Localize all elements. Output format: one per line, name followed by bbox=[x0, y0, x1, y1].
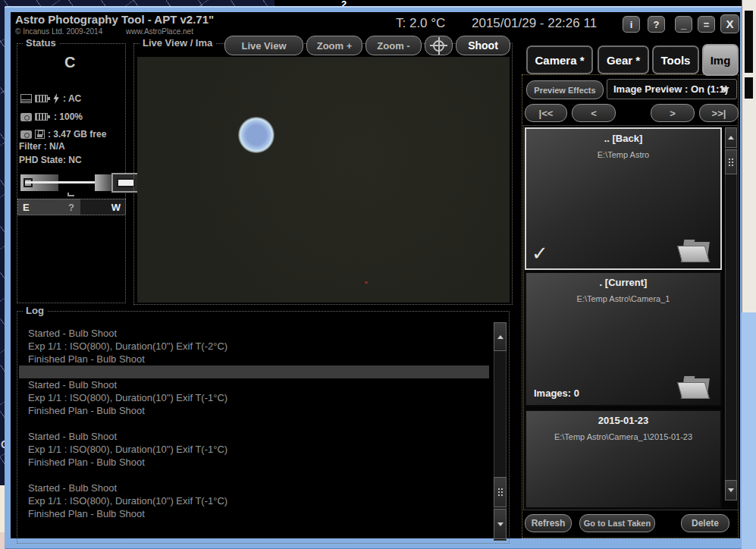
battery-status-row: : 100% bbox=[20, 111, 83, 122]
log-line[interactable]: Exp 1/1 : ISO(800), Duration(10") Exif T… bbox=[19, 391, 489, 404]
slider-center-mark bbox=[67, 193, 74, 196]
log-scrollbar-up-button[interactable] bbox=[494, 322, 507, 351]
camera-state-indicator: C bbox=[64, 54, 75, 71]
star-blob bbox=[238, 117, 274, 153]
battery-icon bbox=[35, 95, 48, 102]
minimize-button[interactable]: _ bbox=[675, 16, 692, 33]
camera-icon bbox=[20, 130, 32, 139]
close-button[interactable]: X bbox=[720, 14, 739, 33]
battery-icon bbox=[35, 113, 48, 121]
folder-icon bbox=[679, 378, 710, 399]
crosshair-icon bbox=[433, 40, 444, 52]
log-line[interactable]: Started - Bulb Shoot bbox=[19, 378, 489, 391]
filter-status: Filter : N/A bbox=[19, 141, 65, 152]
website-text: www.AstroPlace.net bbox=[126, 27, 193, 36]
phd-state-status: PHD State: NC bbox=[19, 155, 82, 165]
log-line[interactable]: Started - Bulb Shoot bbox=[19, 327, 489, 340]
power-status-text: : AC bbox=[63, 93, 81, 104]
refresh-button[interactable]: Refresh bbox=[525, 514, 572, 532]
focus-slider-track[interactable] bbox=[25, 181, 95, 184]
live-view-panel-title: Live View / Ima bbox=[140, 37, 215, 49]
focus-slider-segment bbox=[95, 174, 111, 191]
zoom-in-button[interactable]: Zoom + bbox=[306, 36, 362, 55]
computer-icon bbox=[20, 94, 32, 103]
preview-effects-button[interactable]: Preview Effects bbox=[526, 80, 604, 99]
log-line[interactable]: Exp 1/1 : ISO(800), Duration(10") Exif T… bbox=[19, 443, 489, 456]
log-panel: Log Started - Bulb ShootExp 1/1 : ISO(80… bbox=[17, 311, 510, 544]
log-line[interactable]: Exp 1/1 : ISO(800), Duration(10") Exif T… bbox=[19, 340, 489, 353]
folder-item-current[interactable]: . [Current] E:\Temp Astro\Camera_1 Image… bbox=[525, 271, 722, 406]
camera-icon bbox=[20, 113, 32, 121]
image-preview-value: Image Preview : On (1:1) bbox=[613, 83, 728, 95]
arrow-down-icon bbox=[728, 488, 734, 492]
folder-scrollbar-thumb[interactable] bbox=[725, 149, 737, 174]
west-label: W bbox=[111, 202, 121, 213]
restore-button[interactable]: = bbox=[698, 16, 715, 33]
prev-image-button[interactable]: < bbox=[572, 104, 616, 122]
app-title: Astro Photography Tool - APT v2.71" bbox=[15, 13, 214, 26]
arrow-down-icon bbox=[497, 522, 503, 526]
log-line[interactable]: Started - Bulb Shoot bbox=[19, 482, 489, 494]
folder-image-count: Images: 0 bbox=[534, 387, 579, 399]
direction-unknown-label: ? bbox=[68, 202, 74, 213]
log-line[interactable]: Started - Bulb Shoot bbox=[19, 430, 489, 443]
log-line[interactable]: Finished Plan - Bulb Shoot bbox=[19, 353, 489, 365]
crosshair-button[interactable] bbox=[425, 36, 453, 55]
first-image-button[interactable]: |<< bbox=[525, 104, 567, 122]
tab-img[interactable]: Img bbox=[702, 44, 739, 76]
focus-slider[interactable] bbox=[20, 173, 124, 196]
log-list[interactable]: Started - Bulb ShootExp 1/1 : ISO(800), … bbox=[19, 327, 489, 520]
folder-item-date[interactable]: 2015-01-23 E:\Temp Astro\Camera_1\2015-0… bbox=[525, 409, 722, 509]
arrow-up-icon bbox=[728, 136, 734, 140]
log-line[interactable]: Finished Plan - Bulb Shoot bbox=[19, 456, 489, 469]
scrollbar-grip bbox=[497, 488, 503, 497]
tab-camera[interactable]: Camera * bbox=[526, 45, 593, 74]
storage-status-row: : 3.47 GB free bbox=[20, 129, 106, 140]
copyright-text: © Incanus Ltd. 2009-2014 bbox=[15, 27, 102, 36]
help-button[interactable]: ? bbox=[648, 16, 665, 33]
log-scrollbar-thumb[interactable] bbox=[494, 477, 507, 507]
go-to-last-taken-button[interactable]: Go to Last Taken bbox=[579, 514, 655, 532]
power-status-row: : AC bbox=[20, 93, 81, 104]
folder-title: 2015-01-23 bbox=[526, 411, 720, 426]
folder-path: E:\Temp Astro\Camera_1 bbox=[526, 288, 720, 303]
log-line[interactable]: Finished Plan - Bulb Shoot bbox=[19, 404, 489, 417]
folder-scrollbar-up-button[interactable] bbox=[725, 127, 737, 148]
shoot-button[interactable]: Shoot bbox=[456, 36, 510, 55]
log-line[interactable] bbox=[19, 365, 489, 378]
tab-tools[interactable]: Tools bbox=[652, 45, 699, 74]
battery-status-text: : 100% bbox=[54, 111, 83, 122]
folder-item-back[interactable]: .. [Back] E:\Temp Astro ✓ bbox=[525, 127, 722, 270]
zoom-out-button[interactable]: Zoom - bbox=[365, 36, 422, 55]
background-window-edge bbox=[742, 312, 756, 549]
datetime-readout: 2015/01/29 - 22:26 11 bbox=[472, 16, 597, 31]
log-scrollbar-down-button[interactable] bbox=[494, 509, 507, 539]
folder-title: .. [Back] bbox=[526, 129, 720, 144]
focus-target-inner bbox=[117, 178, 135, 187]
tab-gear[interactable]: Gear * bbox=[598, 45, 649, 74]
log-line[interactable]: Exp 1/1 : ISO(800), Duration(10") Exif T… bbox=[19, 494, 489, 507]
status-panel-title: Status bbox=[23, 37, 59, 49]
folder-scrollbar-track[interactable] bbox=[725, 127, 737, 500]
log-line[interactable] bbox=[19, 417, 489, 430]
storage-status-text: : 3.47 GB free bbox=[48, 129, 106, 140]
last-image-button[interactable]: >>| bbox=[699, 104, 739, 122]
red-speck bbox=[365, 281, 368, 284]
log-scrollbar-track[interactable] bbox=[494, 322, 507, 541]
log-line[interactable]: Finished Plan - Bulb Shoot bbox=[19, 507, 489, 520]
folder-path: E:\Temp Astro bbox=[526, 144, 720, 159]
live-view-image[interactable] bbox=[137, 57, 510, 303]
log-line[interactable] bbox=[19, 469, 489, 482]
next-image-button[interactable]: > bbox=[651, 104, 695, 122]
folder-title: . [Current] bbox=[526, 273, 720, 288]
scrollbar-grip bbox=[728, 158, 734, 167]
info-button[interactable]: i bbox=[623, 16, 640, 33]
delete-button[interactable]: Delete bbox=[681, 514, 729, 532]
image-preview-dropdown[interactable]: Image Preview : On (1:1) bbox=[607, 79, 737, 99]
chevron-down-icon bbox=[720, 87, 729, 93]
temperature-readout: T: 2.0 °C bbox=[396, 16, 445, 31]
live-view-button[interactable]: Live View bbox=[224, 36, 303, 55]
folder-scrollbar-down-button[interactable] bbox=[725, 480, 737, 500]
east-west-bar[interactable]: E ? W bbox=[17, 199, 126, 215]
background-window-edge bbox=[745, 11, 753, 73]
